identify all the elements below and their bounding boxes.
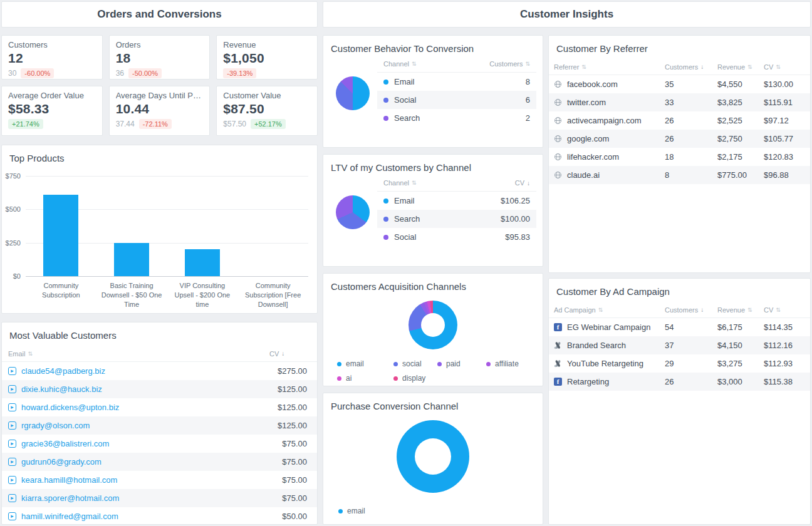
- sort-icon[interactable]: ⇅: [412, 61, 417, 67]
- sort-icon[interactable]: ⇅: [525, 61, 530, 67]
- column-header-customers[interactable]: Customers↓: [665, 306, 717, 314]
- legend-label: social: [402, 359, 422, 368]
- column-header-cv[interactable]: CV↓: [515, 179, 530, 187]
- column-header-channel[interactable]: Channel⇅: [383, 60, 417, 68]
- revenue-value: $2,525: [717, 116, 764, 125]
- legend-item-ai[interactable]: ai: [337, 374, 393, 383]
- column-header-cv[interactable]: CV⇅: [764, 63, 805, 71]
- legend-item-display[interactable]: display: [393, 374, 437, 383]
- channel-label: Search: [394, 113, 420, 123]
- customers-value: 54: [665, 322, 717, 332]
- customer-email-link[interactable]: hamill.winifred@gmail.com: [21, 512, 118, 521]
- customer-email-link[interactable]: keara.hamill@hotmail.com: [21, 475, 117, 485]
- column-header-revenue[interactable]: Revenue⇅: [717, 306, 764, 314]
- bar-community-subscription[interactable]: [43, 195, 78, 276]
- value-cell: 2: [526, 113, 530, 123]
- table-header-row: Channel⇅CV↓: [377, 178, 536, 192]
- bar-slot: [26, 195, 96, 276]
- kpi-delta-badge: -72.11%: [139, 119, 172, 129]
- most-valuable-customers-card: Most Valuable Customers Email⇅CV↓▸claude…: [1, 322, 318, 525]
- customer-email-link[interactable]: gracie36@balistreri.com: [21, 439, 109, 448]
- revenue-value: $6,175: [717, 322, 764, 332]
- top-products-card: Top Products $750$500$250$0 Community Su…: [1, 145, 318, 314]
- y-axis-label: $0: [13, 272, 21, 280]
- sort-icon[interactable]: ↓: [700, 306, 704, 313]
- email-cell: ▸kiarra.sporer@hotmail.com: [8, 493, 269, 503]
- sort-icon[interactable]: ⇅: [28, 351, 33, 357]
- cv-cell: $75.00: [269, 493, 311, 503]
- column-header-cv[interactable]: CV⇅: [764, 306, 805, 314]
- column-header-referrer[interactable]: Referrer⇅: [554, 63, 665, 71]
- sort-icon[interactable]: ↓: [527, 180, 530, 187]
- customers-value: 26: [665, 116, 717, 125]
- legend-dot: [486, 362, 491, 366]
- column-header-email[interactable]: Email⇅: [8, 350, 269, 358]
- table-header-row: Referrer⇅Customers↓Revenue⇅CV⇅: [549, 59, 810, 75]
- ltv-pie-chart[interactable]: [336, 195, 370, 229]
- legend-dot: [383, 80, 388, 85]
- customers-value: 26: [665, 377, 717, 386]
- donut-hole: [421, 313, 445, 337]
- customer-email-link[interactable]: kiarra.sporer@hotmail.com: [21, 493, 119, 503]
- customer-email-link[interactable]: rgrady@olson.com: [21, 421, 90, 430]
- google-ads-icon: [554, 341, 562, 349]
- column-header-label: Email: [8, 350, 26, 358]
- channel-label: Social: [394, 95, 416, 105]
- email-cell: ▸keara.hamill@hotmail.com: [8, 475, 269, 485]
- sort-icon[interactable]: ⇅: [598, 307, 603, 313]
- column-header-cv[interactable]: CV↓: [269, 350, 311, 358]
- sort-icon[interactable]: ⇅: [747, 307, 752, 313]
- legend-item-social[interactable]: social: [393, 359, 437, 368]
- customer-email-link[interactable]: claude54@padberg.biz: [21, 366, 105, 376]
- channel-row: Search$100.00: [377, 210, 536, 228]
- bar-vip-consulting-upsell-200-one-time[interactable]: [185, 249, 220, 276]
- sort-icon[interactable]: ↓: [700, 63, 704, 70]
- email-cell: ▸rgrady@olson.com: [8, 421, 269, 430]
- customer-email-link[interactable]: gudrun06@grady.com: [21, 457, 102, 467]
- legend-item-email[interactable]: email: [337, 359, 393, 368]
- kpi-delta-badge: -50.00%: [128, 68, 162, 78]
- bar-basic-training-downsell-50-one-time[interactable]: [114, 243, 149, 276]
- behavior-table: Channel⇅Customers⇅Email8Social6Search2: [377, 59, 536, 127]
- customer-email-link[interactable]: howard.dickens@upton.biz: [21, 403, 119, 412]
- kpi-sub: $57.50+52.17%: [223, 119, 311, 129]
- table-row: lifehacker.com18$2,175$120.83: [549, 148, 810, 166]
- customers-value: 35: [665, 80, 717, 89]
- column-header-channel[interactable]: Channel⇅: [383, 179, 417, 187]
- customer-row: ▸dixie.kuhic@hauck.biz$125.00: [2, 380, 317, 398]
- name-label: twitter.com: [567, 98, 606, 107]
- channel-cell: Social: [383, 95, 416, 105]
- column-header-label: Revenue: [717, 306, 745, 314]
- legend-item-paid[interactable]: paid: [437, 359, 486, 368]
- legend-item-email[interactable]: email: [338, 507, 365, 515]
- sort-icon[interactable]: ⇅: [776, 307, 781, 313]
- insights-right-column: Customer By Referrer Referrer⇅Customers↓…: [548, 35, 811, 525]
- column-header-customers[interactable]: Customers↓: [665, 63, 717, 71]
- channel-label: Search: [394, 214, 420, 224]
- name-label: claude.ai: [567, 170, 600, 180]
- top-products-title: Top Products: [2, 145, 317, 168]
- column-header-ad-campaign[interactable]: Ad Campaign⇅: [554, 306, 665, 314]
- customer-email-link[interactable]: dixie.kuhic@hauck.biz: [21, 384, 102, 394]
- legend-item-affiliate[interactable]: affiliate: [486, 359, 536, 368]
- sort-icon[interactable]: ⇅: [581, 64, 586, 70]
- acquisition-donut-chart[interactable]: [409, 301, 457, 349]
- column-header-customers[interactable]: Customers⇅: [489, 60, 530, 68]
- dashboard: Orders and Conversions Customers1230-60.…: [0, 0, 812, 526]
- column-header-label: Customers: [665, 63, 698, 71]
- purchase-donut-wrap: [323, 420, 543, 493]
- channel-row: Social6: [377, 91, 536, 109]
- sort-icon[interactable]: ↓: [281, 350, 284, 357]
- sort-icon[interactable]: ⇅: [412, 180, 417, 186]
- cv-value: $114.35: [764, 322, 805, 332]
- globe-icon: [554, 171, 562, 179]
- purchase-donut-chart[interactable]: [397, 420, 469, 493]
- y-axis-label: $750: [6, 172, 21, 180]
- sort-icon[interactable]: ⇅: [776, 64, 781, 70]
- kpi-previous-value: $57.50: [223, 120, 246, 128]
- column-header-revenue[interactable]: Revenue⇅: [717, 63, 764, 71]
- behavior-pie-chart[interactable]: [336, 76, 370, 110]
- sort-icon[interactable]: ⇅: [747, 64, 752, 70]
- x-axis-label: Community Subscription [Free Downsell]: [237, 281, 308, 309]
- table-row: claude.ai8$775.00$96.88: [549, 166, 810, 184]
